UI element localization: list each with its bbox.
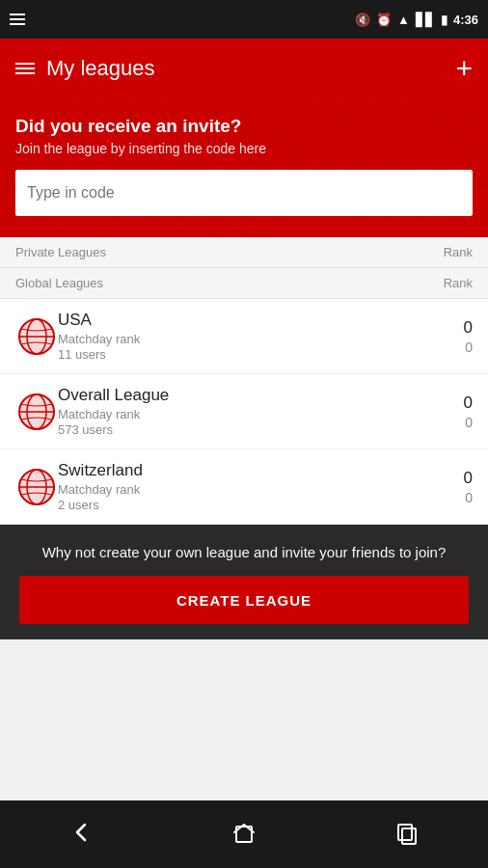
page-title: My leagues	[46, 56, 155, 81]
back-icon	[68, 819, 95, 846]
private-leagues-label: Private Leagues	[15, 245, 106, 259]
league-info-usa: USA Matchday rank 11 users	[58, 311, 464, 362]
recents-icon	[393, 819, 420, 846]
league-section: Private Leagues Rank Global Leagues Rank…	[0, 237, 488, 525]
globe-icon-overall	[15, 391, 58, 433]
svg-rect-0	[10, 14, 25, 15]
league-info-switzerland: Switzerland Matchday rank 2 users	[58, 461, 464, 512]
league-ranks-overall: 0 0	[464, 393, 473, 430]
league-info-overall: Overall League Matchday rank 573 users	[58, 386, 464, 437]
add-league-button[interactable]: +	[455, 54, 473, 83]
invite-title: Did you receive an invite?	[15, 116, 473, 137]
hamburger-menu-button[interactable]	[15, 63, 35, 74]
svg-rect-17	[402, 828, 416, 844]
create-league-button[interactable]: CREATE LEAGUE	[19, 576, 469, 624]
invite-section: Did you receive an invite? Join the leag…	[0, 98, 488, 237]
cta-text: Why not create your own league and invit…	[19, 542, 469, 562]
status-right: 🔇 ⏰ ▲ ▋▋ ▮ 4:36	[355, 13, 478, 27]
mute-icon: 🔇	[355, 13, 370, 27]
league-rank-value-overall: 0	[464, 393, 473, 413]
league-row-switzerland[interactable]: Switzerland Matchday rank 2 users 0 0	[0, 449, 488, 525]
league-rank-value-usa: 0	[464, 318, 473, 338]
wifi-icon: ▲	[397, 13, 410, 27]
nav-recents-button[interactable]	[393, 819, 420, 850]
invite-code-input[interactable]	[15, 170, 473, 216]
league-matchday-rank-usa: 0	[465, 339, 473, 355]
home-icon	[230, 819, 258, 846]
globe-icon-switzerland	[15, 466, 58, 508]
header-left: My leagues	[15, 56, 155, 81]
league-users-overall: 573 users	[58, 422, 464, 437]
svg-rect-1	[10, 18, 25, 20]
private-leagues-rank-label: Rank	[444, 245, 473, 259]
league-ranks-usa: 0 0	[464, 318, 473, 355]
battery-icon: ▮	[441, 13, 447, 27]
league-users-usa: 11 users	[58, 347, 464, 362]
league-name-switzerland: Switzerland	[58, 461, 464, 480]
league-row-overall[interactable]: Overall League Matchday rank 573 users 0…	[0, 374, 488, 449]
signal-icon: ▋▋	[416, 13, 435, 27]
time-display: 4:36	[453, 13, 478, 27]
nav-home-button[interactable]	[230, 819, 258, 850]
svg-rect-2	[10, 23, 25, 25]
league-matchday-rank-switzerland: 0	[465, 490, 473, 505]
app-header: My leagues +	[0, 39, 488, 98]
league-row-usa[interactable]: USA Matchday rank 11 users 0 0	[0, 299, 488, 374]
league-name-usa: USA	[58, 311, 464, 330]
globe-icon-usa	[15, 315, 58, 358]
league-users-switzerland: 2 users	[58, 498, 464, 512]
league-name-overall: Overall League	[58, 386, 464, 405]
global-leagues-header: Global Leagues Rank	[0, 268, 488, 299]
league-rank-value-switzerland: 0	[464, 469, 473, 488]
invite-subtitle: Join the league by inserting the code he…	[15, 141, 473, 156]
global-leagues-label: Global Leagues	[15, 276, 103, 290]
league-matchday-usa: Matchday rank	[58, 332, 464, 346]
nav-bar	[0, 800, 488, 868]
league-matchday-overall: Matchday rank	[58, 407, 464, 421]
private-leagues-header: Private Leagues Rank	[0, 237, 488, 268]
nav-back-button[interactable]	[68, 819, 95, 850]
league-matchday-switzerland: Matchday rank	[58, 482, 464, 497]
menu-icon	[10, 12, 25, 27]
global-leagues-rank-label: Rank	[444, 276, 473, 290]
league-ranks-switzerland: 0 0	[464, 469, 473, 505]
status-left	[10, 12, 25, 27]
league-matchday-rank-overall: 0	[465, 415, 473, 430]
status-bar: 🔇 ⏰ ▲ ▋▋ ▮ 4:36	[0, 0, 488, 39]
svg-rect-16	[398, 825, 412, 840]
alarm-icon: ⏰	[376, 13, 392, 27]
cta-section: Why not create your own league and invit…	[0, 525, 488, 639]
